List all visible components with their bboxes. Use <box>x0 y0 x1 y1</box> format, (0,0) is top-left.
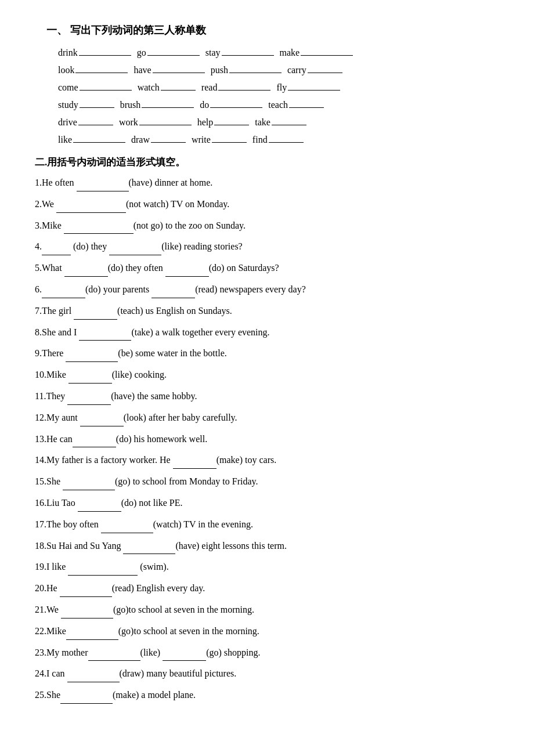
word-item: stay <box>205 45 274 58</box>
blank-5b[interactable] <box>165 266 209 277</box>
word-item: push <box>211 63 282 75</box>
word-item: drive <box>58 115 113 128</box>
blank[interactable] <box>212 132 247 143</box>
word-item: make <box>280 45 353 58</box>
exercise-item-8: 8.She and I (take) a walk together every… <box>35 324 499 341</box>
exercise-item-12: 12.My aunt (look) after her baby careful… <box>35 410 499 426</box>
blank-7[interactable] <box>74 309 117 320</box>
word-label: write <box>192 135 211 145</box>
word-item: do <box>200 97 262 110</box>
blank-10[interactable] <box>68 373 112 384</box>
word-row-2: look have push carry <box>58 63 499 75</box>
blank[interactable] <box>288 80 340 91</box>
blank-11[interactable] <box>67 395 111 405</box>
blank[interactable] <box>214 115 249 125</box>
blank-21[interactable] <box>61 608 113 618</box>
blank-3[interactable] <box>64 223 134 234</box>
exercise-item-20: 20.He (read) English every day. <box>35 580 499 597</box>
blank-24[interactable] <box>67 672 120 682</box>
word-item: fly <box>276 80 340 93</box>
blank[interactable] <box>229 63 282 73</box>
word-label: do <box>200 100 209 110</box>
blank-22[interactable] <box>66 630 118 640</box>
blank-4b[interactable] <box>109 245 161 255</box>
blank-18[interactable] <box>123 544 175 554</box>
blank-9[interactable] <box>66 352 118 362</box>
word-item: brush <box>120 97 194 110</box>
blank[interactable] <box>147 45 200 56</box>
blank[interactable] <box>79 45 131 56</box>
exercise-item-25: 25.She(make) a model plane. <box>35 687 499 704</box>
blank[interactable] <box>210 97 262 108</box>
blank[interactable] <box>153 63 205 73</box>
blank-17[interactable] <box>101 523 153 533</box>
blank[interactable] <box>272 115 306 125</box>
word-item: go <box>137 45 200 58</box>
exercise-item-18: 18.Su Hai and Su Yang (have) eight lesso… <box>35 538 499 555</box>
exercise-item-16: 16.Liu Tao (do) not like PE. <box>35 495 499 512</box>
blank[interactable] <box>289 97 324 108</box>
blank[interactable] <box>308 63 342 73</box>
exercise-item-10: 10.Mike (like) cooking. <box>35 367 499 384</box>
blank[interactable] <box>218 80 270 91</box>
exercise-item-3: 3.Mike (not go) to the zoo on Sunday. <box>35 218 499 234</box>
word-item: read <box>201 80 271 93</box>
word-label: stay <box>205 48 221 58</box>
blank-23a[interactable] <box>88 650 140 661</box>
blank[interactable] <box>222 45 274 56</box>
exercise-item-13: 13.He can(do) his homework well. <box>35 431 499 448</box>
blank-16[interactable] <box>78 501 121 512</box>
word-item: like <box>58 132 125 145</box>
blank-20[interactable] <box>60 587 112 597</box>
word-label: help <box>197 117 214 128</box>
blank[interactable] <box>269 132 304 143</box>
blank-25[interactable] <box>60 693 113 704</box>
blank[interactable] <box>80 97 114 108</box>
word-item: come <box>58 80 132 93</box>
word-label: look <box>58 65 74 75</box>
word-row-3: come watch read fly <box>58 80 499 93</box>
blank[interactable] <box>142 97 194 108</box>
blank-5a[interactable] <box>64 266 108 277</box>
blank-6a[interactable] <box>42 288 85 298</box>
exercise-item-5: 5.What (do) they often (do) on Saturdays… <box>35 260 499 277</box>
blank[interactable] <box>75 63 128 73</box>
word-item: study <box>58 97 114 110</box>
blank-6b[interactable] <box>151 288 195 298</box>
blank-2[interactable] <box>56 202 126 213</box>
blank-1[interactable] <box>77 181 129 191</box>
blank-13[interactable] <box>73 437 116 447</box>
blank[interactable] <box>301 45 353 56</box>
word-item: look <box>58 63 128 75</box>
word-item: find <box>252 132 304 145</box>
blank[interactable] <box>73 132 125 143</box>
word-label: have <box>134 65 151 75</box>
exercise-item-9: 9.There (be) some water in the bottle. <box>35 345 499 362</box>
exercise-item-6: 6.(do) your parents (read) newspapers ev… <box>35 281 499 298</box>
word-item: carry <box>287 63 342 75</box>
exercise-item-17: 17.The boy often (watch) TV in the eveni… <box>35 516 499 533</box>
word-label: study <box>58 100 78 110</box>
section2: 二.用括号内动词的适当形式填空。 1.He often (have) dinne… <box>35 155 499 704</box>
section1: 一、 写出下列动词的第三人称单数 drink go stay make look… <box>35 23 499 145</box>
blank[interactable] <box>78 115 113 125</box>
blank-12[interactable] <box>80 416 124 426</box>
exercise-item-21: 21.We (go)to school at seven in the morn… <box>35 602 499 618</box>
blank-19[interactable] <box>68 565 138 576</box>
blank[interactable] <box>151 132 186 143</box>
blank-8[interactable] <box>79 330 131 341</box>
blank-14[interactable] <box>173 458 217 469</box>
blank[interactable] <box>80 80 132 91</box>
blank-4a[interactable] <box>42 245 71 255</box>
blank-15[interactable] <box>63 480 115 490</box>
blank-23b[interactable] <box>163 650 206 661</box>
exercise-item-7: 7.The girl (teach) us English on Sundays… <box>35 303 499 320</box>
word-item: help <box>197 115 250 128</box>
word-item: have <box>134 63 204 75</box>
word-label: come <box>58 82 78 93</box>
blank[interactable] <box>139 115 192 125</box>
exercise-item-1: 1.He often (have) dinner at home. <box>35 175 499 191</box>
exercise-item-14: 14.My father is a factory worker. He (ma… <box>35 452 499 469</box>
blank[interactable] <box>161 80 196 91</box>
word-item: drink <box>58 45 131 58</box>
